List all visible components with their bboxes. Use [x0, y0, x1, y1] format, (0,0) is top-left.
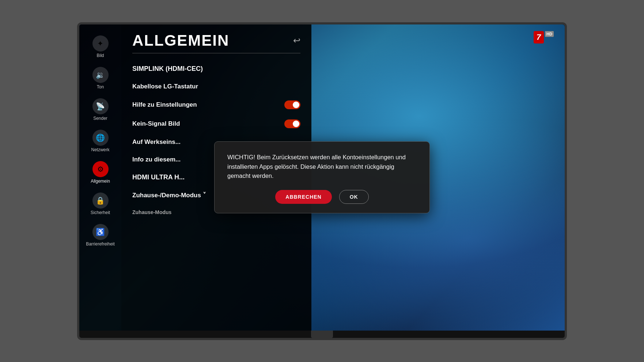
dialog-buttons: ABBRECHEN OK — [227, 190, 417, 204]
dialog-message: WICHTIG! Beim Zurücksetzen werden alle K… — [227, 153, 417, 181]
ok-button[interactable]: OK — [339, 190, 369, 204]
confirmation-dialog: WICHTIG! Beim Zurücksetzen werden alle K… — [214, 141, 430, 213]
abbrechen-button[interactable]: ABBRECHEN — [275, 190, 332, 204]
dialog-overlay: WICHTIG! Beim Zurücksetzen werden alle K… — [79, 24, 565, 331]
tv-stand — [311, 331, 333, 338]
